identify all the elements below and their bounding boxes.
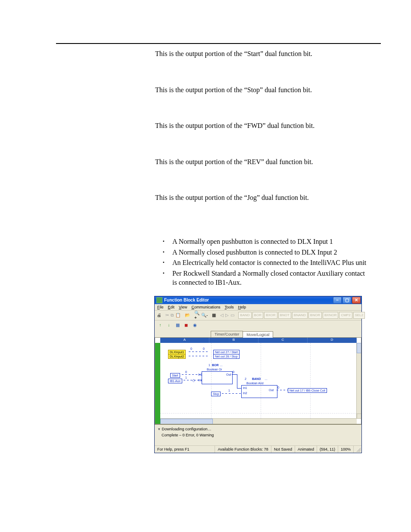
palette-button[interactable]: BNAND [292, 312, 308, 319]
window-maximize-button[interactable]: ▢ [342, 297, 351, 304]
port-out: Out [226, 373, 231, 376]
cut-icon[interactable]: ✂ [165, 311, 169, 319]
bullet-item: A Normally closed pushbutton is connecte… [163, 248, 371, 257]
zoom-in-icon[interactable]: 🔍+ [194, 311, 200, 319]
toolbar-secondary: ↑ ↓ ▦ ◼ ◉ [155, 320, 361, 330]
palette-button[interactable]: BXNOR [323, 312, 338, 319]
block-stop[interactable]: Stop [211, 392, 221, 396]
window-close-button[interactable]: ✕ [352, 297, 361, 304]
column-header-row: A B C D [160, 338, 357, 343]
bor-subtitle: Boolean Or [207, 368, 222, 371]
window-minimize-button[interactable]: – [333, 297, 342, 304]
port-out: Out [269, 389, 274, 392]
output-line: Downloading configuration… [162, 427, 212, 431]
stop-icon[interactable]: ◼ [182, 321, 190, 329]
palette-button[interactable]: CMP2 [339, 312, 352, 319]
arrow-up-icon[interactable]: ↑ [156, 321, 164, 329]
bullet-item: A Normally open pushbutton is connected … [163, 237, 371, 246]
palette-button[interactable]: BAND [238, 312, 251, 319]
app-window: Function Block Editor – ▢ ✕ File Edit Vi… [154, 296, 362, 453]
menubar: File Edit View Communications Tools Help [155, 304, 361, 311]
paragraph-jog: This is the output portion of the “Jog” … [155, 193, 371, 202]
tab-timer[interactable]: Timer/Counter [211, 331, 243, 337]
statusbar: For Help, press F1 Available Function Bl… [155, 445, 361, 453]
palette-button[interactable]: BXOR [264, 312, 277, 319]
port-in1: In1 [243, 386, 247, 389]
output-line: Complete – 0 Error, 0 Warning [162, 433, 214, 437]
diagram-canvas[interactable]: A B C D DLXInput1 [155, 338, 361, 424]
nav-next-icon[interactable]: ▷ [225, 311, 229, 319]
tabstrip: Timer/Counter Move/Logical [155, 330, 361, 338]
scroll-thumb[interactable] [160, 419, 213, 424]
menu-communications[interactable]: Communications [191, 305, 220, 309]
band-subtitle: Boolean And [246, 382, 264, 385]
bor-title: BOR [212, 364, 219, 367]
block-netout17[interactable]: Net out 17 / IB6-Close Coil [288, 388, 327, 393]
port-in2: In2 [243, 392, 247, 395]
label-one: 1 [209, 364, 210, 367]
copy-icon[interactable]: ⧉ [170, 311, 174, 319]
status-blocks: Available Function Blocks: 78 [215, 446, 271, 453]
status-saved: Not Saved [271, 446, 295, 453]
arrow-down-icon[interactable]: ↓ [165, 321, 173, 329]
nav-box-icon[interactable]: ▭ [230, 311, 235, 319]
paragraph-stop: This is the output portion of the “Stop”… [155, 85, 371, 95]
app-icon [156, 297, 162, 303]
status-help: For Help, press F1 [155, 446, 215, 453]
status-zoom: 100% [338, 446, 354, 453]
label-one: 1 [228, 389, 230, 392]
paragraph-fwd: This is the output portion of the “FWD” … [155, 121, 371, 131]
text-column: This is the output portion of the “Start… [155, 49, 371, 453]
label-zero: 0 [277, 386, 279, 389]
blocks-icon[interactable]: ▦ [174, 321, 181, 329]
block-dlxinput2[interactable]: DLXInput2 [168, 354, 186, 359]
menu-view[interactable]: View [179, 305, 187, 309]
menu-edit[interactable]: Edit [168, 305, 175, 309]
scroll-down-arrow-icon[interactable] [357, 414, 361, 419]
block-ib1aux[interactable]: IB1-Aux [168, 379, 182, 383]
ellipsis-icon[interactable]: … [220, 364, 223, 367]
collapse-icon[interactable]: ▾ [157, 426, 161, 432]
toolbar-main: 🖨 ✂ ⧉ 📋 📂 🔍+ 🔍- ▦ ◁ ▷ ▭ BAND BOR BXOR [155, 311, 361, 320]
output-pane: ▾ Downloading configuration… Complete – … [155, 424, 361, 445]
vertical-scrollbar[interactable] [356, 343, 361, 419]
menu-help[interactable]: Help [238, 305, 246, 309]
palette-button[interactable]: BNOT [278, 312, 291, 319]
label-zero: 0 [233, 370, 234, 373]
palette-button[interactable]: BOR [252, 312, 263, 319]
horizontal-rule [56, 43, 381, 44]
label-zero: 0 [203, 347, 205, 350]
nav-prev-icon[interactable]: ◁ [220, 311, 224, 319]
bullet-item: Per Rockwell Standard a Normally closed … [163, 269, 371, 287]
open-icon[interactable]: 📂 [184, 311, 190, 319]
ellipsis-icon[interactable]: … [265, 377, 268, 380]
menu-tools[interactable]: Tools [224, 305, 234, 309]
bullet-list: A Normally open pushbutton is connected … [163, 237, 371, 287]
label-zero: 0 [185, 370, 187, 373]
block-netout28[interactable]: Net out 28 / Stop [213, 354, 240, 359]
label-two: 2 [245, 377, 246, 380]
resize-grip-icon[interactable] [355, 447, 361, 452]
menu-file[interactable]: File [157, 305, 164, 309]
paragraph-rev: This is the output portion of the “REV” … [155, 157, 371, 167]
column-header: B [209, 338, 258, 343]
label-zero: 0 [190, 347, 192, 350]
band-title: BAND [252, 377, 261, 380]
paste-icon[interactable]: 📋 [175, 311, 181, 319]
titlebar[interactable]: Function Block Editor – ▢ ✕ [155, 296, 361, 304]
column-header: D [308, 338, 357, 343]
globe-icon[interactable]: ◉ [191, 321, 199, 329]
tab-move[interactable]: Move/Logical [243, 331, 273, 338]
block-start[interactable]: Start [170, 373, 180, 378]
palette-button[interactable]: BNOR [308, 312, 322, 319]
bullet-item: An Electrically held contactor is connec… [163, 258, 371, 268]
grid-icon[interactable]: ▦ [212, 311, 216, 319]
column-header: C [258, 338, 308, 343]
paragraph-start: This is the output portion of the “Start… [155, 49, 371, 59]
row-gutter [155, 343, 160, 424]
scroll-thumb[interactable] [357, 343, 361, 353]
palette-button[interactable]: SEL2 [353, 312, 365, 319]
print-icon[interactable]: 🖨 [156, 311, 162, 319]
zoom-out-icon[interactable]: 🔍- [201, 311, 208, 319]
horizontal-scrollbar[interactable] [160, 418, 357, 424]
